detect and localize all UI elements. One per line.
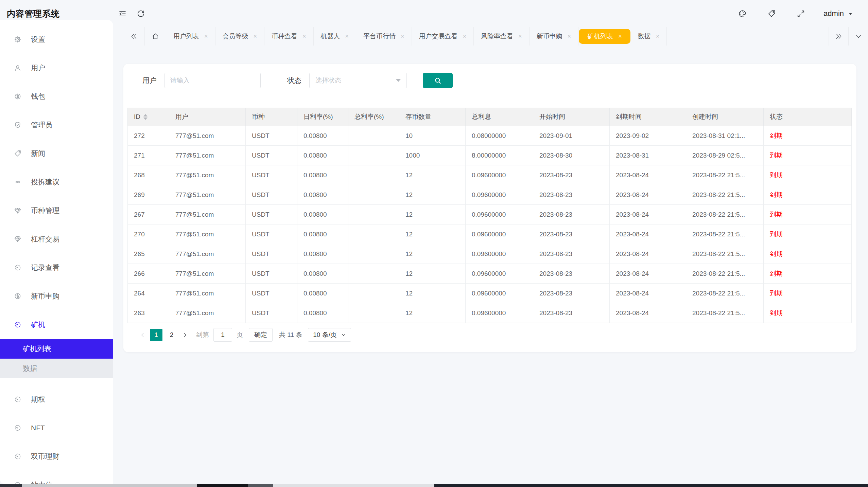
page-button-2[interactable]: 2 bbox=[166, 329, 177, 341]
tab-close-icon[interactable]: × bbox=[518, 33, 522, 39]
sidebar-item-新闻[interactable]: 新闻 bbox=[0, 139, 113, 168]
table-cell: 0.00800 bbox=[297, 165, 348, 185]
compass-icon bbox=[14, 452, 22, 461]
search-button[interactable] bbox=[423, 73, 453, 88]
chevron-left-icon bbox=[140, 332, 145, 338]
theme-button[interactable] bbox=[733, 4, 751, 23]
cell-status: 到期 bbox=[764, 284, 852, 303]
tab-风险率查看[interactable]: 风险率查看× bbox=[474, 27, 530, 46]
confirm-jump-button[interactable]: 确定 bbox=[249, 328, 273, 342]
table-cell: USDT bbox=[246, 185, 297, 205]
tab-label: 用户交易查看 bbox=[419, 32, 458, 41]
prev-page-button[interactable] bbox=[137, 329, 148, 341]
table-cell: 0.00800 bbox=[297, 244, 348, 264]
sidebar-item-钱包[interactable]: 钱包 bbox=[0, 82, 113, 111]
double-chevron-left-icon bbox=[130, 33, 138, 40]
compass-icon bbox=[14, 321, 22, 329]
sidebar-item-NFT[interactable]: NFT bbox=[0, 414, 113, 442]
table-cell bbox=[348, 126, 399, 146]
sidebar-subitem-矿机列表[interactable]: 矿机列表 bbox=[0, 339, 113, 359]
table-cell: 0.00800 bbox=[297, 146, 348, 165]
scroll-tabs-right-button[interactable] bbox=[829, 27, 848, 46]
tab-close-icon[interactable]: × bbox=[254, 33, 257, 39]
tab-close-icon[interactable]: × bbox=[204, 33, 208, 39]
table-cell: 12 bbox=[399, 303, 466, 323]
main-content-card: 用户 状态 选择状态 ID用户币种日利率(%)总利率(%)存币数量总利息开始时间… bbox=[123, 64, 856, 352]
tab-用户交易查看[interactable]: 用户交易查看× bbox=[412, 27, 474, 46]
tab-币种查看[interactable]: 币种查看× bbox=[264, 27, 314, 46]
tab-数据[interactable]: 数据× bbox=[631, 27, 667, 46]
user-filter-input[interactable] bbox=[164, 73, 261, 88]
sidebar-item-label: 期权 bbox=[31, 395, 45, 404]
sidebar-item-矿机[interactable]: 矿机 bbox=[0, 310, 113, 339]
tab-close-icon[interactable]: × bbox=[656, 33, 660, 39]
page-button-1[interactable]: 1 bbox=[150, 329, 162, 341]
sidebar-subitem-数据[interactable]: 数据 bbox=[0, 359, 113, 378]
table-cell: USDT bbox=[246, 165, 297, 185]
double-chevron-right-icon bbox=[835, 33, 843, 40]
table-cell: 271 bbox=[128, 146, 169, 165]
tab-新币申购[interactable]: 新币申购× bbox=[530, 27, 579, 46]
column-header-ID[interactable]: ID bbox=[128, 108, 169, 126]
fullscreen-button[interactable] bbox=[792, 4, 810, 23]
miner-table: ID用户币种日利率(%)总利率(%)存币数量总利息开始时间到期时间创建时间状态 … bbox=[127, 108, 852, 323]
page-size-select[interactable]: 10 条/页 bbox=[308, 328, 351, 342]
column-header-总利息: 总利息 bbox=[466, 108, 533, 126]
sidebar-item-新币申购[interactable]: 新币申购 bbox=[0, 282, 113, 310]
tab-close-icon[interactable]: × bbox=[302, 33, 306, 39]
table-cell: 272 bbox=[128, 126, 169, 146]
table-cell: 0.08000000 bbox=[466, 126, 533, 146]
column-header-label: 创建时间 bbox=[692, 112, 718, 121]
sidebar-item-设置[interactable]: 设置 bbox=[0, 25, 113, 54]
table-cell: USDT bbox=[246, 264, 297, 284]
home-tab-button[interactable] bbox=[145, 27, 166, 46]
tab-close-icon[interactable]: × bbox=[618, 33, 622, 39]
tab-close-icon[interactable]: × bbox=[463, 33, 467, 39]
refresh-button[interactable] bbox=[132, 4, 150, 23]
table-cell bbox=[348, 284, 399, 303]
tab-close-icon[interactable]: × bbox=[401, 33, 404, 39]
jump-page-input[interactable] bbox=[213, 328, 232, 342]
sidebar-item-label: 设置 bbox=[31, 35, 45, 44]
tab-平台币行情[interactable]: 平台币行情× bbox=[356, 27, 412, 46]
sidebar-item-用户[interactable]: 用户 bbox=[0, 54, 113, 82]
tab-close-icon[interactable]: × bbox=[345, 33, 349, 39]
sidebar-item-管理员[interactable]: 管理员 bbox=[0, 111, 113, 139]
sidebar-item-投拆建议[interactable]: 投拆建议 bbox=[0, 168, 113, 196]
tag-button[interactable] bbox=[762, 4, 781, 23]
sidebar-item-杠杆交易[interactable]: 杠杆交易 bbox=[0, 225, 113, 253]
column-header-label: 日利率(%) bbox=[303, 112, 333, 121]
table-cell: 2023-08-22 21:5... bbox=[686, 185, 764, 205]
next-page-button[interactable] bbox=[179, 329, 191, 341]
sidebar-item-币种管理[interactable]: 币种管理 bbox=[0, 196, 113, 225]
table-cell: 12 bbox=[399, 224, 466, 244]
cell-status: 到期 bbox=[764, 185, 852, 205]
sidebar-item-label: 用户 bbox=[31, 63, 45, 73]
column-header-状态: 状态 bbox=[764, 108, 852, 126]
collapse-menu-button[interactable] bbox=[113, 4, 132, 23]
chevron-right-icon bbox=[182, 332, 188, 338]
table-cell: 2023-08-22 21:5... bbox=[686, 284, 764, 303]
tab-close-icon[interactable]: × bbox=[568, 33, 571, 39]
sidebar-item-双币理财[interactable]: 双币理财 bbox=[0, 442, 113, 471]
tab-options-button[interactable] bbox=[848, 27, 868, 46]
tab-机器人[interactable]: 机器人× bbox=[314, 27, 357, 46]
column-header-label: 总利率(%) bbox=[354, 112, 384, 121]
sort-icon[interactable] bbox=[143, 114, 147, 120]
table-cell: 263 bbox=[128, 303, 169, 323]
status-filter-select[interactable]: 选择状态 bbox=[309, 73, 407, 88]
cell-status: 到期 bbox=[764, 224, 852, 244]
home-icon bbox=[151, 32, 159, 40]
user-menu[interactable]: admin bbox=[823, 9, 853, 18]
sidebar-item-站内信[interactable]: 站内信 bbox=[0, 471, 113, 484]
tab-用户列表[interactable]: 用户列表× bbox=[166, 27, 215, 46]
scroll-tabs-left-button[interactable] bbox=[123, 27, 145, 46]
table-cell: 2023-08-22 21:5... bbox=[686, 205, 764, 224]
dollar-circle-icon bbox=[14, 92, 22, 101]
page-size-value: 10 条/页 bbox=[313, 330, 337, 339]
sidebar-item-记录查看[interactable]: 记录查看 bbox=[0, 253, 113, 282]
tab-会员等级[interactable]: 会员等级× bbox=[215, 27, 265, 46]
sidebar-item-期权[interactable]: 期权 bbox=[0, 385, 113, 414]
tab-矿机列表[interactable]: 矿机列表× bbox=[579, 29, 630, 44]
table-cell: 2023-08-23 bbox=[533, 165, 610, 185]
